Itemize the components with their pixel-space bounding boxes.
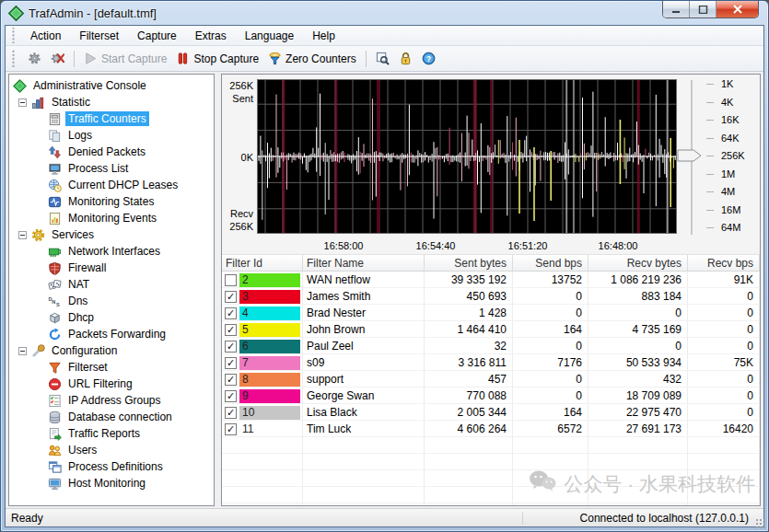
scale-slider[interactable] <box>673 75 710 242</box>
table-row-filter-2[interactable]: 2WAN netflow39 335 192137521 086 219 236… <box>222 272 760 288</box>
menu-language[interactable]: Language <box>236 28 303 44</box>
sidebar-item-packets-forwarding[interactable]: Packets Forwarding <box>9 326 214 342</box>
filter-enabled-checkbox[interactable]: ✓ <box>225 423 237 435</box>
column-header-filter-id[interactable]: Filter Id <box>222 255 303 271</box>
toolbar-button-label: Stop Capture <box>193 52 259 65</box>
configuration-icon <box>31 344 45 358</box>
sidebar-item-nat[interactable]: NAT <box>9 276 214 293</box>
zero-counters-button[interactable]: Zero Counters <box>263 49 361 68</box>
column-header-recv-bps[interactable]: Recv bps <box>688 255 760 271</box>
process-list-icon <box>48 162 62 176</box>
empty-cell <box>688 454 760 469</box>
cell-sent-bytes: 2 005 344 <box>425 404 513 420</box>
menu-help[interactable]: Help <box>303 28 344 44</box>
svg-text:S: S <box>56 302 60 307</box>
filter-enabled-checkbox[interactable]: ✓ <box>225 407 237 419</box>
sidebar-item-traffic-counters[interactable]: Traffic Counters <box>9 110 214 127</box>
menu-action[interactable]: Action <box>21 28 70 44</box>
sidebar-item-host-monitoring[interactable]: Host Monitoring <box>9 475 214 492</box>
sidebar-item-traffic-reports[interactable]: Traffic Reports <box>9 425 214 442</box>
menubar-grip <box>11 28 16 43</box>
empty-cell <box>425 437 513 453</box>
sidebar-item-denied-packets[interactable]: Denied Packets <box>9 144 214 160</box>
sidebar-item-configuration[interactable]: Configuration <box>9 342 214 359</box>
sidebar-item-statistic[interactable]: Statistic <box>9 94 214 110</box>
cell-send-bps: 164 <box>513 404 588 420</box>
table-row-filter-4[interactable]: ✓4Brad Nester1 428000 <box>222 305 760 321</box>
menu-bar: ActionFiltersetCaptureExtrasLanguageHelp <box>6 26 763 46</box>
table-row-filter-7[interactable]: ✓7s093 316 811717650 533 93475K <box>222 354 760 371</box>
help-icon: ? <box>422 52 436 65</box>
sidebar-item-firewall[interactable]: Firewall <box>9 260 214 276</box>
play-icon <box>84 52 98 65</box>
sidebar-item-dns[interactable]: DNSDns <box>9 293 214 309</box>
title-bar: TrafAdmin - [default.tmf] <box>1 1 768 25</box>
cell-recv-bytes: 0 <box>588 305 688 320</box>
toolbar-grip <box>11 49 16 69</box>
minimize-button[interactable] <box>663 1 690 17</box>
table-empty-row <box>222 487 760 503</box>
sidebar-item-current-dhcp-leases[interactable]: Current DHCP Leases <box>9 177 214 193</box>
filter-enabled-checkbox[interactable]: ✓ <box>225 324 237 336</box>
filter-enabled-checkbox[interactable]: ✓ <box>225 291 237 303</box>
table-row-filter-9[interactable]: ✓9George Swan770 088018 709 0890 <box>222 387 760 404</box>
expand-collapse-box[interactable] <box>18 347 27 355</box>
filter-enabled-checkbox[interactable]: ✓ <box>225 341 237 353</box>
empty-cell <box>425 470 513 486</box>
sidebar-item-ip-address-groups[interactable]: IP Address Groups <box>9 392 214 409</box>
cell-recv-bps: 0 <box>688 371 760 387</box>
sidebar-item-services[interactable]: Services <box>9 226 214 243</box>
column-header-filter-name[interactable]: Filter Name <box>303 255 425 271</box>
sidebar-item-monitoring-states[interactable]: Monitoring States <box>9 193 214 210</box>
lock-button[interactable] <box>394 49 417 68</box>
sidebar-item-filterset[interactable]: Filterset <box>9 359 214 376</box>
filter-enabled-checkbox[interactable] <box>225 274 237 286</box>
maximize-button[interactable] <box>690 1 717 17</box>
sidebar-item-process-definitions[interactable]: Process Definitions <box>9 458 214 475</box>
sidebar-item-monitoring-events[interactable]: Monitoring Events <box>9 210 214 226</box>
sidebar-item-administrative-console[interactable]: Administrative Console <box>9 77 214 94</box>
menu-capture[interactable]: Capture <box>128 28 186 44</box>
dns-icon: DNS <box>48 295 62 308</box>
table-row-filter-8[interactable]: ✓8support45704320 <box>222 371 760 387</box>
settings-remove-button[interactable] <box>46 49 69 68</box>
expand-collapse-box[interactable] <box>18 98 27 107</box>
x-tick-16-58-00: 16:58:00 <box>324 240 364 251</box>
column-header-send-bps[interactable]: Send bps <box>513 255 588 271</box>
sidebar-item-users[interactable]: Users <box>9 442 214 458</box>
filter-enabled-checkbox[interactable]: ✓ <box>225 374 237 386</box>
sidebar-item-network-interfaces[interactable]: Network Interfaces <box>9 243 214 260</box>
sidebar-item-dhcp[interactable]: Dhcp <box>9 309 214 326</box>
empty-cell <box>303 487 425 503</box>
expand-collapse-box[interactable] <box>18 231 27 239</box>
table-row-filter-5[interactable]: ✓5John Brown1 464 4101644 735 1690 <box>222 321 760 338</box>
resize-grip[interactable] <box>755 518 766 529</box>
sidebar-item-url-filtering[interactable]: URL Filtering <box>9 376 214 392</box>
sidebar-item-database-connection[interactable]: Database connection <box>9 409 214 425</box>
stop-capture-button[interactable]: Stop Capture <box>171 49 263 68</box>
svg-text:?: ? <box>426 54 431 64</box>
column-header-recv-bytes[interactable]: Recv bytes <box>588 255 688 271</box>
table-row-filter-10[interactable]: ✓10Lisa Black2 005 34416422 975 4700 <box>222 404 760 421</box>
panel-splitter[interactable] <box>215 74 221 506</box>
filter-enabled-checkbox[interactable]: ✓ <box>225 357 237 369</box>
start-capture-button[interactable]: Start Capture <box>79 49 171 68</box>
filter-enabled-checkbox[interactable]: ✓ <box>225 390 237 402</box>
table-row-filter-11[interactable]: ✓11Tim Luck4 606 264657227 691 17316420 <box>222 421 760 437</box>
tree-item-label: Monitoring Events <box>65 211 159 226</box>
table-row-filter-6[interactable]: ✓6Paul Zeel32000 <box>222 338 760 354</box>
sidebar-item-process-list[interactable]: Process List <box>9 160 214 177</box>
empty-cell <box>425 487 513 503</box>
close-button[interactable] <box>717 1 758 17</box>
help-button[interactable]: ? <box>417 49 440 68</box>
settings-button[interactable] <box>23 49 46 68</box>
column-header-sent-bytes[interactable]: Sent bytes <box>425 255 513 271</box>
filter-enabled-checkbox[interactable]: ✓ <box>225 307 237 319</box>
table-row-filter-3[interactable]: ✓3James Smith450 6930883 1840 <box>222 288 760 305</box>
x-tick-16-48-00: 16:48:00 <box>599 240 638 251</box>
sidebar-item-logs[interactable]: Logs <box>9 127 214 144</box>
menu-filterset[interactable]: Filterset <box>70 28 128 44</box>
select-tool-button[interactable] <box>371 49 394 68</box>
menu-extras[interactable]: Extras <box>186 28 236 44</box>
navigation-tree: Administrative ConsoleStatisticTraffic C… <box>8 74 215 506</box>
